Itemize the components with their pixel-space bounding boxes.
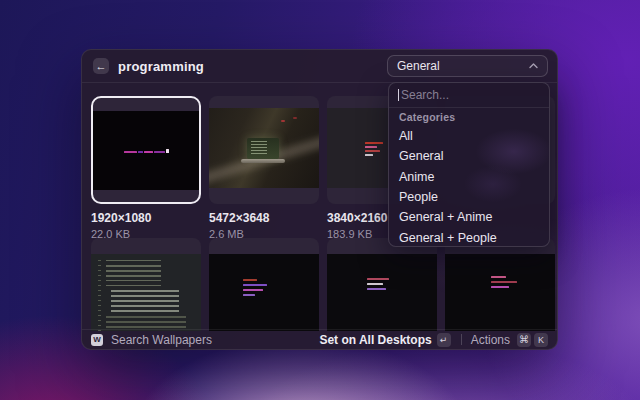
category-dropdown-panel: Categories All General Anime People Gene… — [388, 82, 550, 247]
wallpaper-item[interactable] — [445, 238, 555, 331]
wallpaper-resolution: 5472×3648 — [209, 211, 319, 225]
category-option-general[interactable]: General — [389, 146, 549, 166]
category-option-general-anime[interactable]: General + Anime — [389, 207, 549, 227]
return-key-icon: ↵ — [437, 333, 451, 347]
wallpaper-thumbnail[interactable] — [327, 238, 437, 331]
page-title: programming — [118, 59, 204, 74]
laptop-night-photo-image — [209, 108, 319, 188]
actions-menu-button[interactable]: Actions — [471, 333, 510, 347]
wallpaper-item[interactable] — [91, 238, 201, 331]
wallpaper-thumbnail[interactable] — [209, 238, 319, 331]
footer-divider — [461, 334, 462, 345]
wallpaper-item[interactable]: 5472×3648 2.6 MB — [209, 96, 319, 240]
dark-code-wallpaper-image — [209, 254, 319, 331]
chevron-up-icon — [529, 63, 538, 69]
dark-code-wallpaper-image — [445, 254, 555, 331]
wallpapers-app-icon: W — [91, 334, 103, 346]
wallpaper-resolution: 1920×1080 — [91, 211, 201, 225]
wallpaper-thumbnail[interactable] — [91, 238, 201, 331]
wallpaper-thumbnail-selected[interactable] — [91, 96, 201, 204]
category-search-input[interactable] — [389, 88, 549, 102]
terminal-wallpaper-image — [93, 111, 199, 190]
category-option-general-people[interactable]: General + People — [389, 227, 549, 247]
category-filter-dropdown-button[interactable]: General — [387, 55, 548, 77]
back-arrow-icon: ← — [96, 61, 107, 72]
app-name-label: Search Wallpapers — [111, 333, 212, 347]
code-editor-wallpaper-image — [91, 254, 201, 331]
primary-action-button[interactable]: Set on All Desktops — [319, 333, 431, 347]
category-option-all[interactable]: All — [389, 126, 549, 146]
text-cursor — [398, 89, 399, 101]
k-key-icon: K — [534, 333, 548, 347]
command-key-icon: ⌘ — [517, 333, 531, 347]
dark-code-wallpaper-image — [327, 254, 437, 331]
window-header: ← programming General — [82, 50, 557, 83]
wallpaper-thumbnail[interactable] — [209, 96, 319, 204]
window-footer: W Search Wallpapers Set on All Desktops … — [82, 329, 557, 349]
wallpaper-item[interactable]: 1920×1080 22.0 KB — [91, 96, 201, 240]
search-wallpapers-window: ← programming General — [81, 49, 558, 350]
categories-section-label: Categories — [389, 108, 549, 126]
category-search-row — [389, 83, 549, 107]
category-option-anime[interactable]: Anime — [389, 167, 549, 187]
category-options-list: All General Anime People General + Anime… — [389, 126, 549, 247]
wallpaper-item[interactable] — [327, 238, 437, 331]
wallpaper-thumbnail[interactable] — [445, 238, 555, 331]
category-filter-value: General — [397, 59, 440, 73]
category-option-people[interactable]: People — [389, 187, 549, 207]
wallpaper-item[interactable] — [209, 238, 319, 331]
back-button[interactable]: ← — [93, 58, 109, 74]
